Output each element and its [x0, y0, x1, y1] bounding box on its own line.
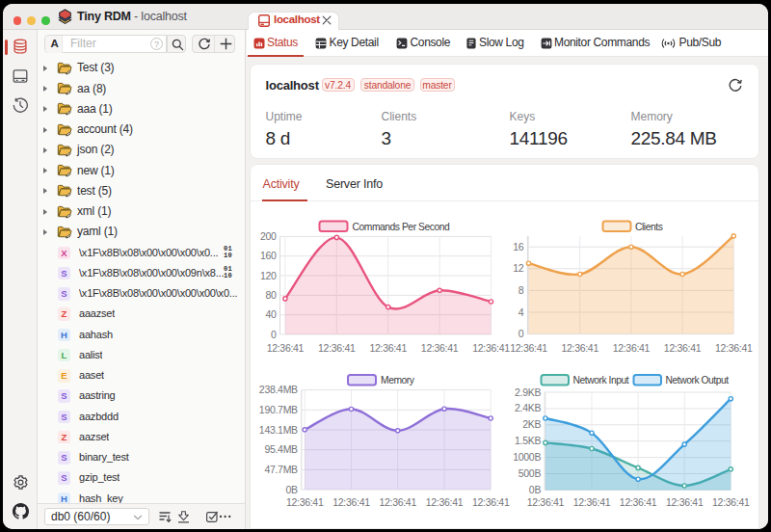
svg-text:12:36:41: 12:36:41 — [332, 496, 370, 508]
svg-text:190.7MB: 190.7MB — [258, 404, 297, 415]
svg-text:12:36:41: 12:36:41 — [285, 496, 323, 508]
svg-text:1000B: 1000B — [513, 451, 541, 463]
svg-text:143.1MB: 143.1MB — [258, 424, 297, 436]
svg-text:200: 200 — [259, 230, 276, 242]
svg-text:12:36:41: 12:36:41 — [572, 496, 610, 508]
svg-text:2KB: 2KB — [522, 418, 541, 430]
svg-text:2.4KB: 2.4KB — [514, 402, 540, 413]
svg-text:Commands Per Second: Commands Per Second — [352, 222, 449, 232]
svg-text:12:36:41: 12:36:41 — [712, 496, 750, 508]
svg-text:Memory: Memory — [381, 375, 415, 386]
svg-text:40: 40 — [265, 308, 277, 320]
svg-text:0: 0 — [518, 328, 523, 339]
svg-text:Network Input: Network Input — [572, 375, 628, 386]
svg-text:160: 160 — [259, 250, 276, 261]
svg-text:12:36:41: 12:36:41 — [266, 342, 304, 354]
svg-text:12:36:41: 12:36:41 — [715, 342, 753, 354]
svg-text:0B: 0B — [528, 484, 541, 495]
svg-text:47.7MB: 47.7MB — [264, 464, 298, 475]
svg-text:12:36:41: 12:36:41 — [663, 342, 701, 354]
svg-text:0: 0 — [270, 329, 276, 340]
svg-text:2.9KB: 2.9KB — [514, 386, 540, 398]
svg-text:12:36:41: 12:36:41 — [665, 496, 703, 508]
svg-text:12: 12 — [513, 262, 524, 274]
svg-text:12:36:41: 12:36:41 — [619, 496, 656, 508]
svg-text:Network Output: Network Output — [665, 375, 729, 386]
svg-text:16: 16 — [513, 241, 524, 253]
svg-text:4: 4 — [518, 306, 523, 318]
svg-text:238.4MB: 238.4MB — [258, 384, 297, 395]
svg-text:0B: 0B — [285, 484, 298, 495]
svg-text:8: 8 — [518, 284, 523, 296]
svg-text:80: 80 — [265, 289, 277, 301]
svg-text:12:36:41: 12:36:41 — [526, 496, 564, 508]
svg-text:12:36:41: 12:36:41 — [612, 342, 650, 354]
svg-text:12:36:41: 12:36:41 — [471, 496, 509, 508]
svg-text:12:36:41: 12:36:41 — [561, 342, 598, 354]
svg-text:12:36:41: 12:36:41 — [510, 342, 547, 354]
svg-text:95.4MB: 95.4MB — [264, 443, 298, 455]
svg-text:500B: 500B — [518, 467, 541, 479]
svg-text:12:36:41: 12:36:41 — [318, 342, 356, 354]
svg-text:12:36:41: 12:36:41 — [379, 496, 416, 508]
svg-text:12:36:41: 12:36:41 — [425, 496, 463, 508]
svg-text:120: 120 — [259, 270, 276, 281]
svg-text:Clients: Clients — [635, 222, 663, 232]
svg-text:12:36:41: 12:36:41 — [369, 342, 407, 354]
svg-text:12:36:41: 12:36:41 — [420, 342, 458, 354]
svg-text:1.5KB: 1.5KB — [514, 435, 540, 446]
svg-text:12:36:41: 12:36:41 — [472, 342, 510, 354]
